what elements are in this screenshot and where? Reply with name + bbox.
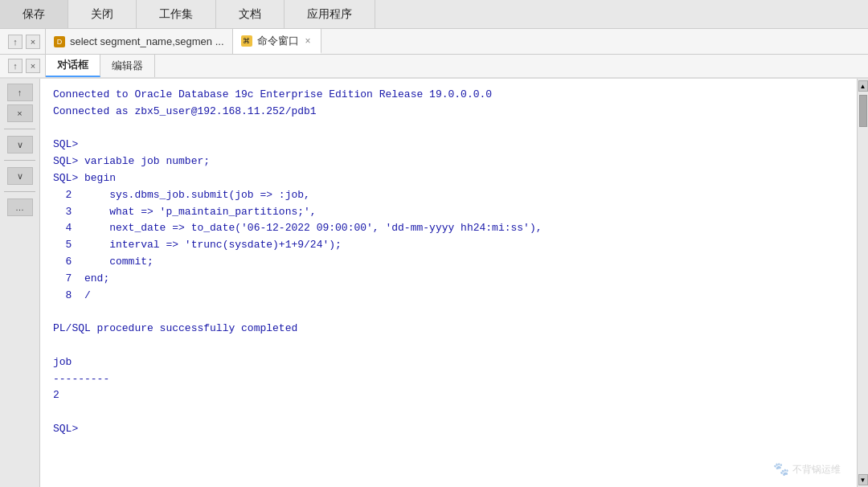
subtab-pin-up[interactable]: ↑ xyxy=(8,59,23,73)
terminal-line xyxy=(53,338,844,354)
scroll-down-btn[interactable]: ▼ xyxy=(858,474,868,485)
tab-bar: ↑ × D select segment_name,segmen ... ⌘ 命… xyxy=(0,29,868,55)
terminal-line: Connected as zbx5_user@192.168.11.252/pd… xyxy=(53,104,844,121)
subtab-bar: ↑ × 对话框 编辑器 xyxy=(0,55,868,79)
terminal-line: 6 commit; xyxy=(53,254,844,271)
tab-command-window[interactable]: ⌘ 命令窗口 × xyxy=(233,29,321,54)
tab-pin-up[interactable]: ↑ xyxy=(8,35,23,49)
side-down-btn-2[interactable]: ∨ xyxy=(7,167,33,185)
toolbar-save[interactable]: 保存 xyxy=(0,0,68,28)
terminal-line xyxy=(53,121,844,137)
terminal-line: SQL> xyxy=(53,421,844,438)
terminal-line: SQL> begin xyxy=(53,170,844,187)
tab-sql-label: select segment_name,segmen ... xyxy=(70,35,224,47)
terminal-line xyxy=(53,404,844,421)
side-up-btn[interactable]: ↑ xyxy=(7,84,33,101)
terminal-line: job xyxy=(53,354,844,371)
side-divider-2 xyxy=(4,160,35,161)
side-divider-3 xyxy=(4,191,35,192)
terminal-line: SQL> xyxy=(53,137,844,153)
side-more-btn[interactable]: … xyxy=(7,198,33,216)
scroll-up-btn[interactable]: ▲ xyxy=(858,80,868,92)
side-x-btn[interactable]: × xyxy=(7,104,33,122)
tab-pin-area: ↑ × xyxy=(3,29,46,54)
terminal-line: PL/SQL procedure successfully completed xyxy=(53,321,844,338)
cmd-icon: ⌘ xyxy=(241,35,252,47)
terminal-line: 2 sys.dbms_job.submit(job => :job, xyxy=(53,187,844,204)
terminal-line: 4 next_date => to_date('06-12-2022 09:00… xyxy=(53,220,844,237)
side-down-btn-1[interactable]: ∨ xyxy=(7,136,33,153)
terminal-line xyxy=(53,304,844,321)
tab-pin-close[interactable]: × xyxy=(26,35,40,49)
terminal-line: --------- xyxy=(53,371,844,388)
subtab-pin-close[interactable]: × xyxy=(26,59,40,73)
terminal-line: 3 what => 'p_maintain_partitions;', xyxy=(53,204,844,221)
terminal-area[interactable]: Connected to Oracle Database 19c Enterpr… xyxy=(40,79,857,487)
tab-sql-query[interactable]: D select segment_name,segmen ... xyxy=(46,29,233,54)
toolbar-apps[interactable]: 应用程序 xyxy=(285,0,375,28)
terminal-line: 2 xyxy=(53,387,844,404)
toolbar-close[interactable]: 关闭 xyxy=(68,0,137,28)
side-divider-1 xyxy=(4,129,35,129)
toolbar-workset[interactable]: 工作集 xyxy=(137,0,216,28)
toolbar-docs[interactable]: 文档 xyxy=(216,0,285,28)
subtab-dialog[interactable]: 对话框 xyxy=(46,55,100,77)
watermark: 🐾 不背锅运维 xyxy=(773,461,841,477)
tab-cmd-close[interactable]: × xyxy=(304,35,313,47)
side-panel: ↑ × ∨ ∨ … xyxy=(0,79,40,487)
main-content: ↑ × ∨ ∨ … Connected to Oracle Database 1… xyxy=(0,79,868,487)
main-toolbar: 保存 关闭 工作集 文档 应用程序 xyxy=(0,0,868,29)
scroll-thumb[interactable] xyxy=(859,95,867,127)
subtab-editor[interactable]: 编辑器 xyxy=(100,55,155,77)
terminal-line: 5 interval => 'trunc(sysdate)+1+9/24'); xyxy=(53,237,844,254)
scrollbar[interactable]: ▲ ▼ xyxy=(857,79,868,487)
subtab-pin-area: ↑ × xyxy=(3,55,46,77)
db-icon: D xyxy=(54,36,65,47)
terminal-line: SQL> variable job number; xyxy=(53,153,844,170)
terminal-line: 7 end; xyxy=(53,271,844,288)
terminal-line: 8 / xyxy=(53,288,844,305)
tab-cmd-label: 命令窗口 xyxy=(257,34,299,48)
terminal-line: Connected to Oracle Database 19c Enterpr… xyxy=(53,87,844,104)
